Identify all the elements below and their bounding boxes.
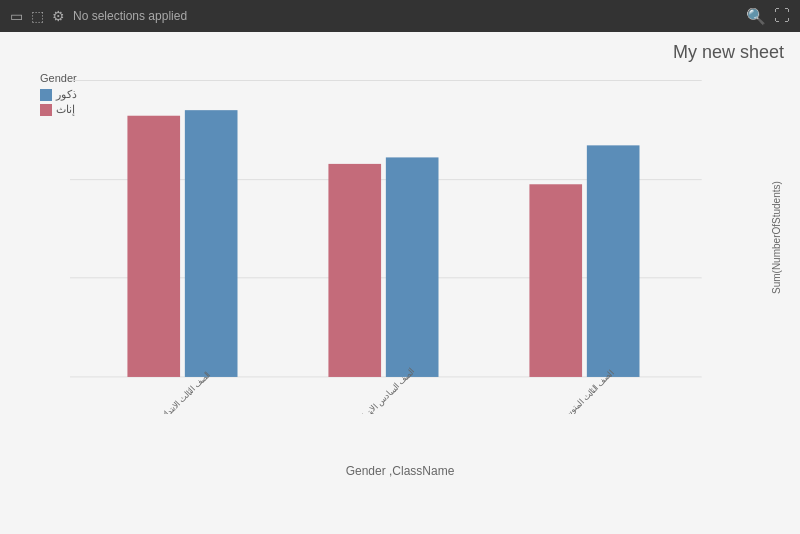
content-area: My new sheet Gender ذكور إناث (0, 32, 800, 534)
bar-group3-male (587, 145, 640, 377)
toolbar-left: ▭ ⬚ ⚙ No selections applied (10, 8, 187, 24)
bar-group2-female (328, 164, 381, 377)
selection-status: No selections applied (73, 9, 187, 23)
legend-color-male (40, 89, 52, 101)
bar-group1-female (127, 116, 180, 377)
toolbar-right: 🔍 ⛶ (746, 7, 790, 26)
select-lasso-icon[interactable]: ⬚ (31, 8, 44, 24)
select-rect-icon[interactable]: ▭ (10, 8, 23, 24)
bar-chart-svg: 0 10M 20M 30M الصف الثالث الابتدائي الصف… (70, 62, 740, 414)
sheet-title: My new sheet (673, 42, 784, 63)
x-axis-label: Gender ,ClassName (10, 461, 790, 479)
toolbar: ▭ ⬚ ⚙ No selections applied 🔍 ⛶ (0, 0, 800, 32)
bar-group3-female (529, 184, 582, 377)
y-axis-label: Sum(NumberOfStudents) (771, 62, 782, 414)
legend-color-female (40, 104, 52, 116)
expand-icon[interactable]: ⛶ (774, 7, 790, 25)
bar-group2-male (386, 157, 439, 377)
gear-icon[interactable]: ⚙ (52, 8, 65, 24)
search-icon[interactable]: 🔍 (746, 7, 766, 26)
bar-group1-male (185, 110, 238, 377)
chart-container: Gender ذكور إناث 0 10M 20M 30M (10, 62, 790, 484)
